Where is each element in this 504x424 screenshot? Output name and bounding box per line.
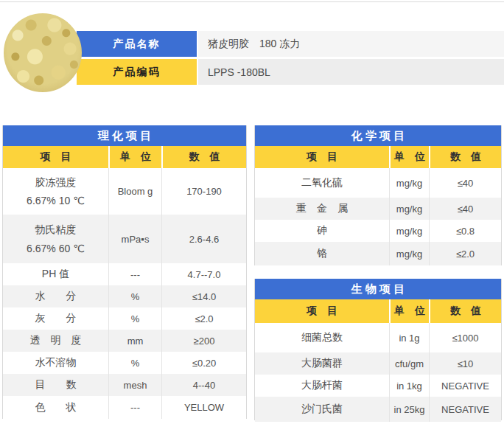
value-cell: 4--40 xyxy=(161,374,246,396)
biological-items-table: 生 物 项 目 项 目 单 位 数 值 细菌总数 in 1g ≤1000 大肠菌… xyxy=(254,279,502,420)
table-row: 大肠菌群 cfu/gm ≤10 xyxy=(255,352,501,375)
item-cell: 胶冻强度 6.67% 10 ℃ xyxy=(3,168,108,215)
value-cell: 4.7--7.0 xyxy=(161,263,246,285)
unit-cell: mg/kg xyxy=(389,168,429,198)
value-cell: ≤0.20 xyxy=(161,352,246,374)
item-cell: 铬 xyxy=(255,242,389,265)
chemical-table-header: 项 目 单 位 数 值 xyxy=(255,146,501,168)
table-row: 色 状 --- YELLOW xyxy=(3,396,246,419)
column-header-unit: 单 位 xyxy=(389,299,429,323)
item-cell: 大肠杆菌 xyxy=(255,375,389,397)
table-row: 重 金 属 mg/kg ≤40 xyxy=(255,198,501,220)
column-header-unit: 单 位 xyxy=(108,146,161,168)
table-row: 二氧化硫 mg/kg ≤40 xyxy=(255,168,501,198)
unit-cell: cfu/gm xyxy=(389,352,429,375)
column-header-item: 项 目 xyxy=(255,146,389,168)
unit-cell: --- xyxy=(108,396,161,419)
unit-cell: mg/kg xyxy=(389,198,429,220)
unit-cell: mPa▪s xyxy=(108,215,161,263)
top-divider xyxy=(0,1,504,2)
table-row: 大肠杆菌 in 1kg NEGATIVE xyxy=(255,375,501,397)
value-cell: NEGATIVE xyxy=(429,375,501,397)
unit-cell: in 1kg xyxy=(389,375,429,397)
product-photo xyxy=(4,13,82,92)
item-cell: 二氧化硫 xyxy=(255,168,389,198)
column-header-value: 数 值 xyxy=(429,299,501,323)
biological-table-title: 生 物 项 目 xyxy=(255,279,501,299)
product-name-value: 猪皮明胶 180 冻力 xyxy=(198,31,504,57)
item-line1: 胶冻强度 xyxy=(35,177,77,187)
table-row: 透 明 度 mm ≥200 xyxy=(3,330,246,352)
column-header-item: 项 目 xyxy=(3,146,108,168)
value-cell: ≤0.8 xyxy=(429,220,501,242)
value-cell: ≤14.0 xyxy=(161,285,246,307)
value-cell: ≤2.0 xyxy=(429,242,501,265)
unit-cell: --- xyxy=(108,263,161,285)
table-row: PH 值 --- 4.7--7.0 xyxy=(3,263,246,285)
item-cell: 水不溶物 xyxy=(3,352,108,374)
item-cell: 灰 分 xyxy=(3,307,108,330)
table-row: 胶冻强度 6.67% 10 ℃ Bloom g 170-190 xyxy=(3,168,246,215)
table-row: 砷 mg/kg ≤0.8 xyxy=(255,220,501,242)
item-line2: 6.67% 10 ℃ xyxy=(27,195,85,206)
unit-cell: mg/kg xyxy=(389,242,429,265)
physical-table-header: 项 目 单 位 数 值 xyxy=(3,146,246,168)
item-cell: 砷 xyxy=(255,220,389,242)
unit-cell: mm xyxy=(108,330,161,352)
table-row: 灰 分 % ≤2.0 xyxy=(3,307,246,330)
unit-cell: mg/kg xyxy=(389,220,429,242)
table-row: 水 分 % ≤14.0 xyxy=(3,285,246,307)
item-cell: PH 值 xyxy=(3,263,108,285)
biological-table-header: 项 目 单 位 数 值 xyxy=(255,299,501,323)
value-cell: 2.6-4.6 xyxy=(161,215,246,263)
product-name-row: 产品名称 猪皮明胶 180 冻力 xyxy=(77,31,504,57)
value-cell: 170-190 xyxy=(161,168,246,215)
unit-cell: % xyxy=(108,352,161,374)
table-row: 目 数 mesh 4--40 xyxy=(3,374,246,396)
column-header-value: 数 值 xyxy=(161,146,246,168)
item-cell: 重 金 属 xyxy=(255,198,389,220)
item-cell: 色 状 xyxy=(3,396,108,419)
value-cell: ≤40 xyxy=(429,198,501,220)
column-header-item: 项 目 xyxy=(255,299,389,323)
product-code-label: 产品编码 xyxy=(77,59,197,85)
table-row: 沙门氏菌 in 25kg NEGATIVE xyxy=(255,397,501,422)
value-cell: ≤2.0 xyxy=(161,307,246,330)
value-cell: ≥200 xyxy=(161,330,246,352)
table-row: 铬 mg/kg ≤2.0 xyxy=(255,242,501,265)
column-header-unit: 单 位 xyxy=(389,146,429,168)
unit-cell: % xyxy=(108,285,161,307)
unit-cell: mesh xyxy=(108,374,161,396)
item-cell: 沙门氏菌 xyxy=(255,397,389,422)
value-cell: NEGATIVE xyxy=(429,397,501,422)
item-cell: 大肠菌群 xyxy=(255,352,389,375)
table-row: 勃氏粘度 6.67% 60 ℃ mPa▪s 2.6-4.6 xyxy=(3,215,246,263)
unit-cell: % xyxy=(108,307,161,330)
item-cell: 细菌总数 xyxy=(255,323,389,352)
item-cell: 目 数 xyxy=(3,374,108,396)
product-code-row: 产品编码 LPPS -180BL xyxy=(77,59,504,85)
chemical-table-title: 化 学 项 目 xyxy=(255,125,501,146)
item-cell: 勃氏粘度 6.67% 60 ℃ xyxy=(3,215,108,263)
item-cell: 水 分 xyxy=(3,285,108,307)
item-line2: 6.67% 60 ℃ xyxy=(27,243,85,254)
table-row: 水不溶物 % ≤0.20 xyxy=(3,352,246,374)
product-name-label: 产品名称 xyxy=(77,31,197,57)
unit-cell: Bloom g xyxy=(108,168,161,215)
column-header-value: 数 值 xyxy=(429,146,501,168)
item-line1: 勃氏粘度 xyxy=(35,224,77,234)
physical-table-title: 理 化 项 目 xyxy=(3,125,246,146)
product-header: 产品名称 猪皮明胶 180 冻力 产品编码 LPPS -180BL xyxy=(77,31,504,87)
value-cell: ≤1000 xyxy=(429,323,501,352)
value-cell: ≤40 xyxy=(429,168,501,198)
physical-properties-table: 理 化 项 目 项 目 单 位 数 值 胶冻强度 6.67% 10 ℃ Bloo… xyxy=(2,125,247,419)
item-cell: 透 明 度 xyxy=(3,330,108,352)
unit-cell: in 1g xyxy=(389,323,429,352)
unit-cell: in 25kg xyxy=(389,397,429,422)
table-row: 细菌总数 in 1g ≤1000 xyxy=(255,323,501,352)
chemical-items-table: 化 学 项 目 项 目 单 位 数 值 二氧化硫 mg/kg ≤40 重 金 属… xyxy=(254,125,502,265)
product-code-value: LPPS -180BL xyxy=(198,59,504,85)
value-cell: ≤10 xyxy=(429,352,501,375)
value-cell: YELLOW xyxy=(161,396,246,419)
